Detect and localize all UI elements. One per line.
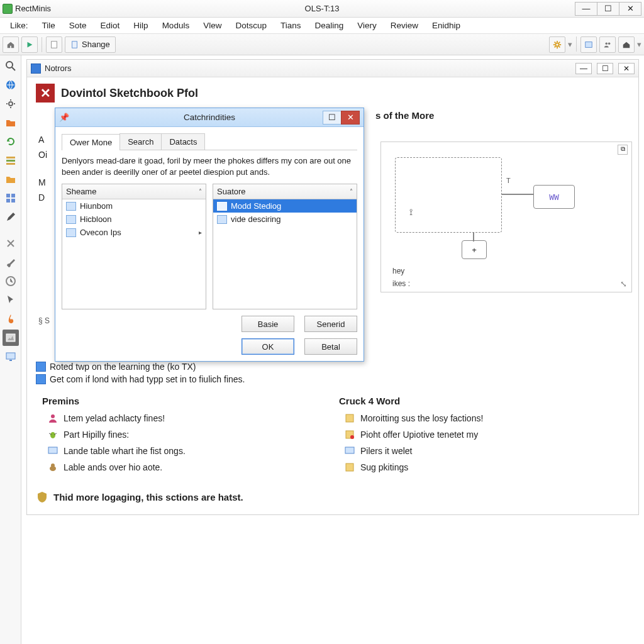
list-item[interactable]: Lande table whart ihe fist ongs.: [47, 445, 333, 457]
diagram-caption2: ikes :: [392, 279, 410, 288]
modal-description: Denlyors mead-dare it goad, foril by mee…: [62, 155, 357, 177]
note-icon: [344, 413, 355, 424]
pin-icon[interactable]: 📌: [59, 113, 69, 123]
svg-rect-16: [11, 199, 15, 203]
list-item[interactable]: Pioht offer Upiotive tenetet my: [344, 429, 630, 440]
diagram-resize-icon[interactable]: ⤡: [618, 278, 629, 289]
menu-tile[interactable]: Tile: [36, 19, 62, 32]
minimize-button[interactable]: —: [575, 2, 597, 16]
side-gear-icon[interactable]: [3, 96, 19, 112]
animal-icon: [47, 462, 58, 473]
left-list-header[interactable]: Sheame˄: [62, 184, 206, 199]
tool-people-icon[interactable]: [599, 36, 616, 53]
diagram-wave-block: WW: [533, 185, 575, 209]
side-clock-icon[interactable]: [3, 273, 19, 289]
doc-minimize-button[interactable]: —: [575, 63, 592, 74]
shield-icon: [36, 491, 48, 503]
side-cursor-icon[interactable]: [3, 292, 19, 308]
error-x-icon: ✕: [36, 84, 55, 103]
tool-house-icon[interactable]: [618, 36, 635, 53]
menu-review[interactable]: Review: [384, 19, 425, 32]
side-folder-icon[interactable]: [3, 171, 19, 187]
tool-gear-icon[interactable]: [549, 36, 565, 53]
side-globe-icon[interactable]: [3, 77, 19, 93]
menu-viery[interactable]: Viery: [351, 19, 383, 32]
modal-maximize-button[interactable]: ☐: [323, 111, 341, 125]
right-listbox[interactable]: Suatore˄ Modd Stediog vide desciring: [213, 184, 357, 309]
svg-rect-13: [6, 194, 10, 197]
close-button[interactable]: ✕: [619, 2, 641, 16]
side-brush-icon[interactable]: [3, 254, 19, 270]
tool-shange-button[interactable]: Shange: [65, 36, 116, 53]
tab-datacts[interactable]: Datacts: [161, 133, 205, 150]
list-item[interactable]: Part Hipilly fines:: [47, 429, 333, 440]
side-image-icon[interactable]: [3, 330, 19, 346]
tool-home-icon[interactable]: [3, 36, 19, 53]
left-listbox[interactable]: Sheame˄ Hiunbom Hicbloon Ovecon Ips▸: [62, 184, 206, 309]
diagram-handle-icon: ⟟: [409, 207, 413, 218]
menu-dealing[interactable]: Dealing: [308, 19, 350, 32]
ok-button[interactable]: OK: [242, 338, 294, 355]
senerid-button[interactable]: Senerid: [304, 316, 357, 332]
tool-window-icon[interactable]: [580, 36, 597, 53]
modal-dialog: 📌 Catchrindities ☐ ✕ Ower Mone Search Da…: [55, 108, 364, 362]
list-item[interactable]: Sug pkitings: [344, 462, 630, 473]
menu-sote[interactable]: Sote: [63, 19, 93, 32]
svg-point-9: [9, 102, 13, 106]
modal-close-button[interactable]: ✕: [341, 111, 360, 125]
tool-play-icon[interactable]: [21, 36, 38, 53]
side-flame-icon[interactable]: [3, 311, 19, 327]
shange-label: Shange: [82, 40, 110, 49]
side-pencil-icon[interactable]: [3, 209, 19, 225]
tool-doc-icon[interactable]: [46, 36, 62, 53]
svg-rect-28: [346, 414, 353, 422]
Submenu-arrow-icon: ▸: [199, 229, 202, 236]
svg-rect-11: [6, 160, 15, 162]
side-monitor-icon[interactable]: [3, 348, 19, 365]
side-list-icon[interactable]: [3, 152, 19, 169]
tab-owermone[interactable]: Ower Mone: [62, 134, 120, 150]
info-line-2[interactable]: Get com if lond with had typp set in to …: [36, 374, 630, 384]
list-item[interactable]: Ltem yelad achlacty fines!: [47, 413, 333, 424]
col-left-title: Premins: [42, 396, 333, 406]
menu-tians[interactable]: Tians: [274, 19, 308, 32]
letter-m: M: [38, 175, 47, 189]
list-item-hiunbom[interactable]: Hiunbom: [62, 199, 206, 213]
modal-title: Catchrindities: [184, 113, 235, 122]
side-folder-orange-icon[interactable]: [3, 114, 19, 131]
menu-hilp[interactable]: Hilp: [127, 19, 154, 32]
side-search-icon[interactable]: [3, 58, 19, 74]
side-refresh-icon[interactable]: [3, 133, 19, 150]
svg-point-2: [555, 43, 558, 46]
banner-title: Dovintol Sketchbook Pfol: [61, 87, 198, 100]
menu-moduls[interactable]: Moduls: [156, 19, 196, 32]
betal-button[interactable]: Betal: [304, 338, 357, 355]
doc-close-button[interactable]: ✕: [618, 63, 635, 74]
list-item-ovecon[interactable]: Ovecon Ips▸: [62, 226, 206, 239]
menu-ediot[interactable]: Ediot: [94, 19, 126, 32]
modal-body: Ower Mone Search Datacts Denlyors mead-d…: [55, 127, 364, 361]
basie-button[interactable]: Basie: [242, 316, 294, 332]
list-item[interactable]: Lable ands over hio aote.: [47, 462, 333, 473]
list-item-vide[interactable]: vide desciring: [213, 213, 357, 226]
list-item-modrl[interactable]: Modd Stediog: [213, 199, 357, 213]
menu-dotscup[interactable]: Dotscup: [229, 19, 273, 32]
tab-search[interactable]: Search: [119, 133, 162, 150]
list-item[interactable]: Pilers it welet: [344, 445, 630, 457]
menu-enidhip[interactable]: Enidhip: [426, 19, 467, 32]
list-item[interactable]: Moroitting sus the losy factions!: [344, 413, 630, 424]
app-icon: [3, 4, 13, 14]
menu-view[interactable]: Vlew: [197, 19, 228, 32]
list-item-hicbloon[interactable]: Hicbloon: [62, 213, 206, 226]
diagram-caption1: hey: [392, 267, 404, 275]
right-list-header[interactable]: Suatore˄: [213, 184, 357, 199]
doc-maximize-button[interactable]: ☐: [597, 63, 613, 74]
maximize-button[interactable]: ☐: [597, 2, 619, 16]
side-grid-icon[interactable]: [3, 190, 19, 206]
modal-titlebar[interactable]: 📌 Catchrindities ☐ ✕: [55, 108, 364, 127]
menu-like[interactable]: Like:: [4, 19, 35, 32]
info-line-1[interactable]: Roted twp on the learning the (ko TX): [36, 362, 630, 372]
side-tools-icon[interactable]: [3, 235, 19, 252]
info-text-1: Roted twp on the learning the (ko TX): [50, 362, 196, 372]
diagram-copy-icon[interactable]: ⧉: [618, 145, 628, 155]
